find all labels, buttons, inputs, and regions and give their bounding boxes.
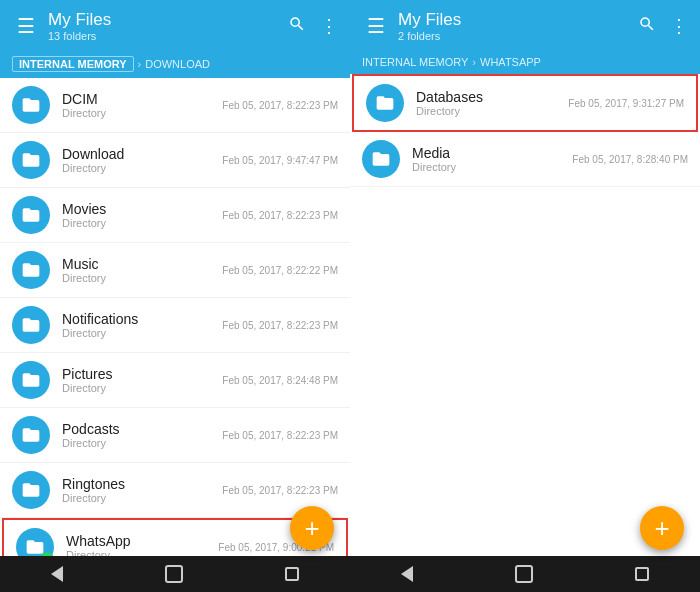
- file-name: DCIM: [62, 91, 222, 107]
- file-date: Feb 05, 2017, 8:22:23 PM: [222, 210, 338, 221]
- right-breadcrumb-sep: ›: [472, 56, 476, 68]
- right-breadcrumb-whatsapp[interactable]: WHATSAPP: [480, 56, 541, 68]
- file-info: DownloadDirectory: [62, 146, 222, 174]
- folder-icon-wrapper: [12, 196, 50, 234]
- file-date: Feb 05, 2017, 9:31:27 PM: [568, 98, 684, 109]
- right-nav-recents[interactable]: [635, 567, 649, 581]
- left-file-item[interactable]: NotificationsDirectoryFeb 05, 2017, 8:22…: [0, 298, 350, 353]
- file-info: WhatsAppDirectory: [66, 533, 218, 556]
- right-file-list: DatabasesDirectoryFeb 05, 2017, 9:31:27 …: [350, 74, 700, 556]
- left-more-icon[interactable]: ⋮: [320, 15, 338, 37]
- file-date: Feb 05, 2017, 8:22:23 PM: [222, 430, 338, 441]
- file-date: Feb 05, 2017, 8:28:40 PM: [572, 154, 688, 165]
- right-fab[interactable]: +: [640, 506, 684, 550]
- file-type: Directory: [66, 549, 218, 556]
- file-date: Feb 05, 2017, 8:24:48 PM: [222, 375, 338, 386]
- folder-icon: [21, 150, 41, 170]
- left-fab[interactable]: +: [290, 506, 334, 550]
- folder-icon-wrapper: [12, 306, 50, 344]
- left-header-actions: ⋮: [288, 15, 338, 38]
- right-breadcrumb: INTERNAL MEMORY › WHATSAPP: [350, 52, 700, 74]
- file-name: Ringtones: [62, 476, 222, 492]
- left-file-item[interactable]: DownloadDirectoryFeb 05, 2017, 9:47:47 P…: [0, 133, 350, 188]
- file-type: Directory: [62, 327, 222, 339]
- left-breadcrumb-internal[interactable]: INTERNAL MEMORY: [12, 56, 134, 72]
- file-type: Directory: [62, 217, 222, 229]
- folder-icon: [375, 93, 395, 113]
- folder-icon-wrapper: [12, 471, 50, 509]
- right-header-subtitle: 2 folders: [398, 30, 630, 42]
- file-type: Directory: [62, 107, 222, 119]
- folder-icon-wrapper: [12, 141, 50, 179]
- file-name: WhatsApp: [66, 533, 218, 549]
- file-date: Feb 05, 2017, 8:22:23 PM: [222, 485, 338, 496]
- whatsapp-badge: ✔: [40, 552, 54, 556]
- folder-icon: [21, 205, 41, 225]
- right-breadcrumb-internal[interactable]: INTERNAL MEMORY: [362, 56, 468, 68]
- right-header-title: My Files: [398, 10, 630, 30]
- folder-icon: [21, 370, 41, 390]
- folder-icon: [21, 425, 41, 445]
- folder-icon: [21, 480, 41, 500]
- file-type: Directory: [62, 437, 222, 449]
- left-file-list: DCIMDirectoryFeb 05, 2017, 8:22:23 PMDow…: [0, 78, 350, 556]
- file-info: DatabasesDirectory: [416, 89, 568, 117]
- left-nav-back[interactable]: [51, 566, 63, 582]
- left-panel: ☰ My Files 13 folders ⋮ INTERNAL MEMORY …: [0, 0, 350, 592]
- file-type: Directory: [416, 105, 568, 117]
- right-nav-bar: [350, 556, 700, 592]
- right-header-title-block: My Files 2 folders: [398, 10, 630, 42]
- folder-icon-wrapper: ✔: [16, 528, 54, 556]
- file-info: PicturesDirectory: [62, 366, 222, 394]
- file-name: Podcasts: [62, 421, 222, 437]
- left-breadcrumb-sep: ›: [138, 58, 142, 70]
- file-date: Feb 05, 2017, 8:22:22 PM: [222, 265, 338, 276]
- right-file-item[interactable]: MediaDirectoryFeb 05, 2017, 8:28:40 PM: [350, 132, 700, 187]
- folder-icon-wrapper: [12, 416, 50, 454]
- folder-icon-wrapper: [366, 84, 404, 122]
- file-type: Directory: [62, 272, 222, 284]
- file-date: Feb 05, 2017, 9:47:47 PM: [222, 155, 338, 166]
- left-file-item[interactable]: PodcastsDirectoryFeb 05, 2017, 8:22:23 P…: [0, 408, 350, 463]
- folder-icon-wrapper: [12, 251, 50, 289]
- folder-icon: [371, 149, 391, 169]
- left-nav-home[interactable]: [165, 565, 183, 583]
- left-file-item[interactable]: MoviesDirectoryFeb 05, 2017, 8:22:23 PM: [0, 188, 350, 243]
- left-file-item[interactable]: PicturesDirectoryFeb 05, 2017, 8:24:48 P…: [0, 353, 350, 408]
- left-breadcrumb: INTERNAL MEMORY › DOWNLOAD: [0, 52, 350, 78]
- left-search-icon[interactable]: [288, 15, 306, 38]
- left-header-title-block: My Files 13 folders: [48, 10, 280, 42]
- file-date: Feb 05, 2017, 8:22:23 PM: [222, 100, 338, 111]
- file-name: Download: [62, 146, 222, 162]
- right-search-icon[interactable]: [638, 15, 656, 38]
- right-nav-home[interactable]: [515, 565, 533, 583]
- folder-icon-wrapper: [362, 140, 400, 178]
- folder-icon-wrapper: [12, 361, 50, 399]
- left-header-subtitle: 13 folders: [48, 30, 280, 42]
- folder-icon: [21, 95, 41, 115]
- left-nav-bar: [0, 556, 350, 592]
- file-type: Directory: [62, 162, 222, 174]
- file-name: Notifications: [62, 311, 222, 327]
- left-header-title: My Files: [48, 10, 280, 30]
- right-menu-icon[interactable]: ☰: [362, 14, 390, 38]
- folder-icon-wrapper: [12, 86, 50, 124]
- right-panel: ☰ My Files 2 folders ⋮ INTERNAL MEMORY ›…: [350, 0, 700, 592]
- folder-icon: [21, 315, 41, 335]
- file-name: Media: [412, 145, 572, 161]
- file-type: Directory: [62, 492, 222, 504]
- file-info: RingtonesDirectory: [62, 476, 222, 504]
- left-header: ☰ My Files 13 folders ⋮: [0, 0, 350, 52]
- folder-icon: [21, 260, 41, 280]
- left-file-item[interactable]: MusicDirectoryFeb 05, 2017, 8:22:22 PM: [0, 243, 350, 298]
- file-date: Feb 05, 2017, 8:22:23 PM: [222, 320, 338, 331]
- right-more-icon[interactable]: ⋮: [670, 15, 688, 37]
- left-nav-recents[interactable]: [285, 567, 299, 581]
- right-header-actions: ⋮: [638, 15, 688, 38]
- file-info: MusicDirectory: [62, 256, 222, 284]
- left-menu-icon[interactable]: ☰: [12, 14, 40, 38]
- left-breadcrumb-download[interactable]: DOWNLOAD: [145, 58, 210, 70]
- right-nav-back[interactable]: [401, 566, 413, 582]
- left-file-item[interactable]: DCIMDirectoryFeb 05, 2017, 8:22:23 PM: [0, 78, 350, 133]
- right-file-item[interactable]: DatabasesDirectoryFeb 05, 2017, 9:31:27 …: [352, 74, 698, 132]
